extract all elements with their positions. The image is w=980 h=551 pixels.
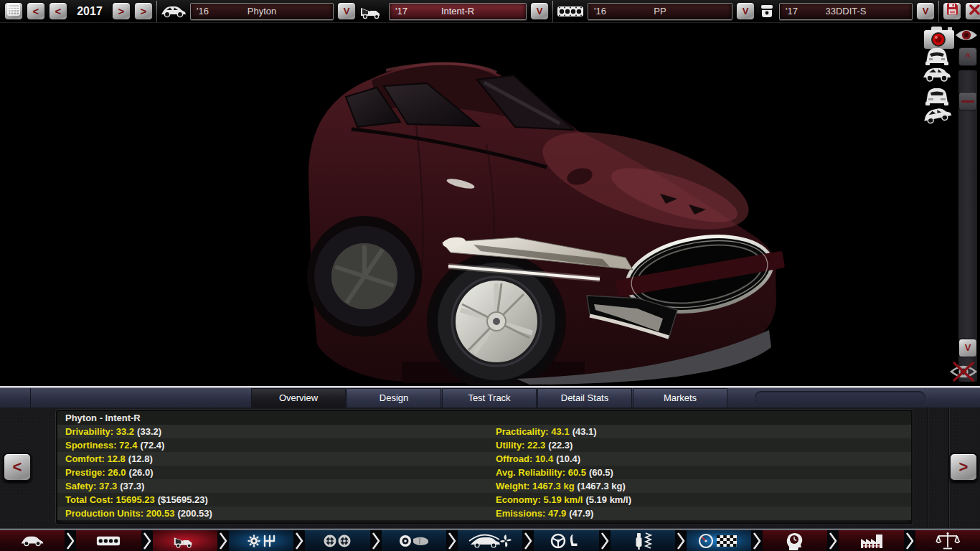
view-side-button[interactable] [923, 66, 951, 86]
markets-icon [936, 532, 960, 550]
brakes-icon [398, 533, 430, 549]
trim-icon [173, 533, 197, 549]
car-model-icon [20, 534, 44, 547]
year-back-fast-button[interactable]: < [27, 2, 45, 20]
chevron-icon [446, 530, 458, 551]
tab-detail-stats[interactable]: Detail Stats [537, 388, 632, 408]
toolbar-factory[interactable] [839, 530, 903, 551]
engine-dropdown[interactable]: '16 PP [588, 3, 732, 20]
chevron-icon [293, 530, 305, 551]
toolbar-aerodynamics[interactable] [458, 530, 522, 551]
year-forward-button[interactable]: > [112, 2, 131, 20]
tab-design[interactable]: Design [347, 388, 441, 408]
tabbar-divider [30, 388, 31, 408]
toolbar-interior[interactable] [534, 530, 598, 551]
trim-dropdown-button[interactable]: V [530, 2, 549, 20]
view-side-icon [923, 66, 951, 83]
chevron-icon [827, 530, 839, 551]
view-front-icon [924, 46, 950, 66]
tabbar-inset [755, 391, 925, 405]
stats-box: Phyton - Intent-R Drivability: 33.2(33.2… [56, 410, 913, 524]
car-3d-viewport[interactable]: ^ V [0, 23, 980, 386]
variant-year: '17 [786, 6, 798, 17]
wheels-icon [322, 533, 352, 549]
stat-emissions: Emissions: 47.9 [496, 508, 566, 519]
toolbar-markets[interactable] [915, 530, 980, 551]
toolbar-wheels[interactable] [305, 530, 369, 551]
engine-family-icon [96, 534, 121, 548]
toolbar-trim[interactable] [153, 530, 217, 551]
scroll-thumb[interactable] [958, 92, 977, 110]
interior-icon [550, 532, 582, 550]
hide-ui-icon [948, 360, 979, 383]
stat-row: Comfort: 12.8(12.8) Offroad: 10.4(10.4) [57, 452, 911, 466]
stat-drivability: Drivability: 33.2 [65, 426, 134, 437]
trim-year: '17 [395, 6, 407, 17]
car-render [301, 57, 800, 386]
tab-bar: Overview Design Test Track Detail Stats … [0, 388, 980, 408]
topbar-separator [552, 1, 553, 22]
stat-offroad: Offroad: 10.4 [496, 453, 553, 464]
engine-dropdown-button[interactable]: V [736, 2, 755, 20]
tab-test-track[interactable]: Test Track [442, 388, 537, 408]
view-rear-icon [924, 86, 950, 106]
view-perspective-button[interactable] [921, 105, 953, 129]
toolbar-brakes[interactable] [382, 530, 446, 551]
year-back-button[interactable]: < [49, 2, 67, 20]
stat-prestige: Prestige: 26.0 [65, 467, 126, 478]
stat-utility: Utility: 22.3 [496, 440, 545, 451]
current-year: 2017 [71, 5, 108, 18]
model-dropdown[interactable]: '16 Phyton [190, 3, 334, 20]
aerodynamics-icon [468, 532, 512, 550]
panel-seam [927, 408, 928, 529]
save-button[interactable] [943, 2, 961, 20]
stats-header-row: Phyton - Intent-R [57, 411, 911, 425]
stat-total-cost: Total Cost: 15695.23 [65, 494, 155, 505]
trim-dropdown[interactable]: '17 Intent-R [389, 3, 527, 20]
toolbar-engineering[interactable] [763, 530, 827, 551]
view-perspective-icon [921, 105, 953, 126]
model-name: Phyton [191, 6, 333, 17]
stat-reliability: Avg. Reliability: 60.5 [496, 467, 586, 478]
variant-dropdown[interactable]: '17 33DDIT-S [779, 3, 913, 20]
stat-row: Drivability: 33.2(33.2) Practicality: 43… [57, 425, 911, 438]
engine-family-icon [557, 4, 584, 19]
stat-practicality: Practicality: 43.1 [496, 426, 570, 437]
chevron-icon [522, 530, 534, 551]
chevron-icon [65, 530, 76, 551]
chevron-icon [751, 530, 763, 551]
toolbar-engine-family[interactable] [76, 530, 141, 551]
variant-dropdown-button[interactable]: V [916, 2, 935, 20]
viewport-scrollbar-track[interactable] [958, 70, 977, 382]
toolbar-test-track[interactable] [687, 530, 751, 551]
eye-button[interactable] [954, 27, 979, 46]
toolbar-suspension[interactable] [611, 530, 675, 551]
hide-ui-button[interactable] [948, 360, 979, 386]
scroll-down-button[interactable]: V [958, 339, 977, 357]
engineering-icon [785, 532, 805, 550]
engine-year: '16 [594, 6, 606, 17]
stat-safety: Safety: 37.3 [65, 481, 117, 491]
calendar-button[interactable] [4, 2, 23, 20]
close-button[interactable] [965, 2, 980, 20]
chevron-icon [599, 530, 611, 551]
year-forward-fast-button[interactable]: > [134, 2, 153, 20]
scroll-up-button[interactable]: ^ [958, 47, 977, 66]
toolbar-car-model[interactable] [0, 530, 65, 551]
tab-overview[interactable]: Overview [251, 388, 346, 408]
chevron-icon [904, 530, 915, 551]
engine-name: PP [588, 6, 732, 17]
car-model-icon [161, 4, 187, 19]
next-section-button[interactable]: > [949, 453, 978, 481]
prev-section-button[interactable]: < [3, 453, 32, 481]
model-dropdown-button[interactable]: V [337, 2, 356, 20]
stat-row: Safety: 37.3(37.3) Weight: 1467.3 kg(146… [57, 479, 911, 493]
chevron-icon [217, 530, 229, 551]
toolbar-gearbox[interactable] [229, 530, 293, 551]
save-icon [946, 3, 958, 15]
stat-row: Sportiness: 72.4(72.4) Utility: 22.3(22.… [57, 438, 911, 452]
chevron-icon [141, 530, 153, 551]
stat-row: Prestige: 26.0(26.0) Avg. Reliability: 6… [57, 466, 911, 479]
stat-economy: Economy: 5.19 km/l [496, 494, 583, 505]
tab-markets[interactable]: Markets [633, 388, 727, 408]
